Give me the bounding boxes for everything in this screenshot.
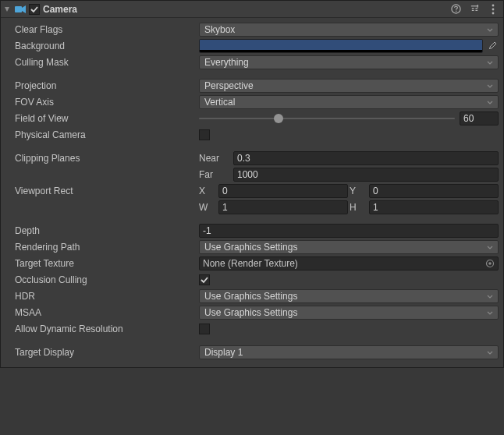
viewport-y-input[interactable] bbox=[369, 184, 499, 198]
chevron-down-icon bbox=[487, 347, 493, 358]
allow-dyn-res-label: Allow Dynamic Resolution bbox=[5, 324, 199, 334]
near-input[interactable] bbox=[233, 151, 499, 165]
component-title: Camera bbox=[43, 4, 450, 15]
w-label: W bbox=[199, 202, 216, 213]
chevron-down-icon bbox=[487, 97, 493, 108]
x-label: X bbox=[199, 186, 216, 196]
background-label: Background bbox=[5, 41, 199, 51]
msaa-label: MSAA bbox=[5, 307, 199, 318]
chevron-down-icon bbox=[487, 307, 493, 318]
svg-point-4 bbox=[492, 8, 495, 10]
component-header: Camera bbox=[1, 1, 503, 18]
viewport-x-input[interactable] bbox=[218, 184, 348, 198]
viewport-h-input[interactable] bbox=[369, 200, 499, 214]
projection-label: Projection bbox=[5, 80, 199, 91]
target-display-dropdown[interactable]: Display 1 bbox=[199, 345, 499, 359]
far-input[interactable] bbox=[233, 168, 499, 182]
svg-point-7 bbox=[488, 262, 492, 265]
target-display-label: Target Display bbox=[5, 347, 199, 358]
clear-flags-label: Clear Flags bbox=[5, 24, 199, 35]
occlusion-culling-checkbox[interactable] bbox=[199, 274, 210, 285]
slider-track bbox=[199, 118, 455, 119]
allow-dyn-res-checkbox[interactable] bbox=[199, 324, 210, 334]
background-color-field[interactable] bbox=[199, 39, 483, 53]
chevron-down-icon bbox=[487, 57, 493, 68]
msaa-dropdown[interactable]: Use Graphics Settings bbox=[199, 306, 499, 320]
physical-camera-checkbox[interactable] bbox=[199, 129, 210, 140]
target-texture-value: None (Render Texture) bbox=[203, 258, 298, 269]
hdr-dropdown[interactable]: Use Graphics Settings bbox=[199, 289, 499, 303]
near-label: Near bbox=[199, 153, 232, 164]
clipping-planes-label: Clipping Planes bbox=[5, 153, 199, 164]
clear-flags-dropdown[interactable]: Skybox bbox=[199, 23, 499, 37]
camera-icon bbox=[14, 3, 27, 16]
projection-dropdown[interactable]: Perspective bbox=[199, 79, 499, 93]
background-alpha-bar bbox=[200, 50, 482, 52]
depth-input[interactable] bbox=[199, 224, 499, 238]
culling-mask-value: Everything bbox=[204, 57, 249, 68]
target-texture-field[interactable]: None (Render Texture) bbox=[199, 256, 499, 271]
hdr-label: HDR bbox=[5, 291, 199, 302]
svg-rect-0 bbox=[15, 6, 22, 12]
rendering-path-label: Rendering Path bbox=[5, 242, 199, 253]
chevron-down-icon bbox=[487, 291, 493, 302]
hdr-value: Use Graphics Settings bbox=[204, 291, 297, 302]
camera-component: Camera Clear Flags Skybox Backgr bbox=[0, 0, 504, 368]
fov-label: Field of View bbox=[5, 113, 199, 124]
h-label: H bbox=[350, 202, 367, 213]
rendering-path-dropdown[interactable]: Use Graphics Settings bbox=[199, 240, 499, 254]
chevron-down-icon bbox=[487, 242, 493, 253]
physical-camera-label: Physical Camera bbox=[5, 129, 199, 140]
projection-value: Perspective bbox=[204, 80, 254, 91]
svg-point-5 bbox=[492, 12, 495, 14]
target-texture-label: Target Texture bbox=[5, 258, 199, 269]
background-color-swatch bbox=[200, 40, 482, 50]
depth-label: Depth bbox=[5, 225, 199, 236]
chevron-down-icon bbox=[487, 80, 493, 91]
slider-thumb[interactable] bbox=[274, 114, 283, 123]
chevron-down-icon bbox=[487, 24, 493, 35]
eyedropper-icon[interactable] bbox=[486, 40, 499, 52]
preset-icon[interactable] bbox=[469, 4, 480, 15]
culling-mask-dropdown[interactable]: Everything bbox=[199, 55, 499, 69]
svg-point-3 bbox=[492, 4, 495, 6]
component-enable-checkbox[interactable] bbox=[29, 4, 40, 15]
help-icon[interactable] bbox=[450, 4, 461, 15]
occlusion-culling-label: Occlusion Culling bbox=[5, 274, 199, 285]
fov-axis-label: FOV Axis bbox=[5, 97, 199, 108]
clear-flags-value: Skybox bbox=[204, 24, 235, 35]
component-body: Clear Flags Skybox Background bbox=[1, 18, 503, 367]
foldout-toggle[interactable] bbox=[2, 5, 12, 14]
viewport-rect-label: Viewport Rect bbox=[5, 186, 199, 196]
object-picker-icon[interactable] bbox=[484, 258, 496, 269]
fov-axis-dropdown[interactable]: Vertical bbox=[199, 95, 499, 109]
fov-input[interactable] bbox=[460, 111, 499, 126]
target-display-value: Display 1 bbox=[204, 347, 243, 358]
svg-point-2 bbox=[455, 11, 456, 12]
y-label: Y bbox=[350, 186, 367, 196]
fov-slider[interactable] bbox=[199, 111, 455, 126]
menu-icon[interactable] bbox=[488, 4, 499, 15]
culling-mask-label: Culling Mask bbox=[5, 57, 199, 68]
msaa-value: Use Graphics Settings bbox=[204, 307, 297, 318]
fov-axis-value: Vertical bbox=[204, 97, 235, 108]
rendering-path-value: Use Graphics Settings bbox=[204, 242, 297, 253]
far-label: Far bbox=[199, 169, 232, 180]
viewport-w-input[interactable] bbox=[218, 200, 348, 214]
